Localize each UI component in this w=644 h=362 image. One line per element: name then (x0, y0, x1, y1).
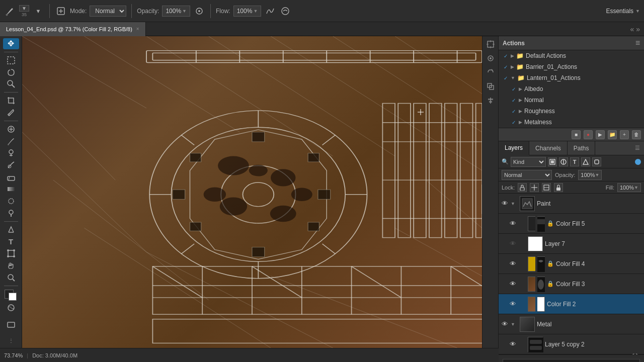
tab-paths[interactable]: Paths (568, 141, 596, 155)
panel-collapse-right[interactable]: » (636, 25, 640, 33)
action-expand-barrier[interactable]: ▶ (511, 64, 514, 69)
new-action-button[interactable]: + (620, 130, 629, 139)
quick-mask-icon[interactable] (3, 301, 19, 315)
action-expand-roughness[interactable]: ▶ (519, 109, 522, 114)
play-action-button[interactable]: ▶ (596, 130, 605, 139)
layer-visibility-colorfill5[interactable]: 👁 (509, 220, 517, 228)
healing-tool[interactable] (3, 124, 19, 135)
properties-icon[interactable] (485, 52, 497, 64)
action-item-barrier[interactable]: ✓ ▶ 📁 Barrier_01_Actions (499, 61, 644, 72)
filter-kind-select[interactable]: Kind (511, 157, 546, 167)
action-item-lantern[interactable]: ✓ ▼ 📁 Lantern_01_Actions (499, 72, 644, 83)
action-item-normal[interactable]: ✓ ▶ Normal (499, 95, 644, 106)
layer-row-paint[interactable]: 👁 ▼ Paint (499, 194, 644, 214)
lock-pixels-button[interactable] (518, 183, 527, 192)
actions-panel-menu[interactable]: ☰ (635, 40, 640, 46)
action-item-roughness[interactable]: ✓ ▶ Roughness (499, 106, 644, 117)
layer-row-metal[interactable]: 👁 ▼ Metal (499, 314, 644, 334)
flow-icon[interactable] (264, 5, 276, 17)
filter-smart-icon[interactable] (592, 157, 601, 166)
layer-visibility-layer5copy2[interactable]: 👁 (509, 340, 517, 348)
brush-tool[interactable] (3, 136, 19, 147)
layer-row-layer7[interactable]: 👁 Layer 7 (499, 234, 644, 254)
actions-panel-header[interactable]: Actions ☰ (499, 36, 644, 50)
action-item-metalness[interactable]: ✓ ▶ Metalness (499, 117, 644, 128)
layers-panel-menu-icon[interactable]: ☰ (635, 145, 640, 151)
hand-tool[interactable] (3, 260, 19, 271)
layer-visibility-colorfill3[interactable]: 👁 (509, 280, 517, 288)
layer-visibility-layer7[interactable]: 👁 (509, 240, 517, 248)
text-tool[interactable]: T (3, 236, 19, 247)
filter-shape-icon[interactable] (581, 157, 590, 166)
gradient-tool[interactable] (3, 184, 19, 195)
filter-adjustment-icon[interactable] (559, 157, 568, 166)
filter-pixel-icon[interactable] (548, 157, 557, 166)
align-icon[interactable] (485, 95, 497, 107)
zoom-tool[interactable] (3, 272, 19, 283)
airbrush-icon[interactable] (193, 5, 205, 17)
layer-row-layer5copy2[interactable]: 👁 Layer 5 copy 2 (499, 334, 644, 354)
tab-close-button[interactable]: × (136, 26, 139, 32)
eraser-tool[interactable] (3, 171, 19, 183)
lock-position-button[interactable] (530, 183, 539, 192)
layer-row-colorfill3[interactable]: 👁 🔒 Color Fill 3 (499, 274, 644, 294)
clone-stamp-tool[interactable] (3, 147, 19, 158)
pen-tool[interactable] (3, 224, 19, 235)
history-brush-tool[interactable] (3, 159, 19, 170)
action-expand-lantern[interactable]: ▼ (511, 75, 515, 80)
lasso-tool[interactable] (3, 67, 19, 78)
lock-all-button[interactable] (554, 183, 563, 192)
path-tool[interactable] (3, 248, 19, 259)
fill-arrow-icon[interactable]: ▼ (634, 185, 638, 190)
svg-line-33 (209, 36, 395, 156)
action-expand-normal[interactable]: ▶ (519, 98, 522, 103)
rotate-icon[interactable] (485, 66, 497, 78)
layer-visibility-colorfill2[interactable]: 👁 (509, 300, 517, 308)
layer-row-colorfill5[interactable]: 👁 🔒 Color Fill 5 (499, 214, 644, 234)
mode-select[interactable]: Normal (90, 6, 126, 17)
brush-preset-icon[interactable]: ▼ (32, 5, 44, 17)
layer-row-colorfill2[interactable]: 👁 Color Fill 2 (499, 294, 644, 314)
record-action-button[interactable]: ● (584, 130, 593, 139)
move-tool[interactable]: ✥ (3, 38, 19, 49)
brush-mode-icon[interactable] (55, 5, 67, 17)
crop-tool[interactable] (3, 95, 19, 106)
workspace-dropdown[interactable]: ▼ (635, 9, 640, 14)
action-item-albedo[interactable]: ✓ ▶ Albedo (499, 83, 644, 95)
status-separator: | (27, 352, 28, 358)
magic-wand-tool[interactable] (3, 78, 19, 89)
document-tab[interactable]: Lesson_04_End.psd @ 73.7% (Color Fill 2,… (0, 22, 146, 36)
foreground-background-colors[interactable] (4, 289, 19, 299)
layer-visibility-paint[interactable]: 👁 (501, 200, 509, 208)
filter-type-icon[interactable]: T (570, 157, 579, 166)
lock-artboards-button[interactable] (542, 183, 551, 192)
layer-visibility-colorfill4[interactable]: 👁 (509, 260, 517, 268)
screen-mode-icon[interactable] (3, 318, 19, 332)
dodge-tool[interactable] (3, 208, 19, 219)
blend-mode-select[interactable]: Normal (502, 170, 552, 180)
action-expand-albedo[interactable]: ▶ (519, 86, 522, 92)
layer-visibility-metal[interactable]: 👁 (501, 320, 509, 328)
svg-marker-120 (492, 69, 493, 70)
brush-tool-icon[interactable] (4, 5, 16, 17)
stop-action-button[interactable]: ■ (572, 130, 581, 139)
smoothing-icon[interactable] (279, 5, 291, 17)
tab-channels[interactable]: Channels (529, 141, 568, 155)
action-expand-metalness[interactable]: ▶ (519, 120, 522, 125)
panel-collapse-left[interactable]: « (630, 25, 634, 33)
new-folder-button[interactable]: 📁 (608, 130, 617, 139)
delete-action-button[interactable]: 🗑 (632, 130, 641, 139)
layer-row-colorfill4[interactable]: 👁 🔒 Color Fill 4 (499, 254, 644, 274)
marquee-tool[interactable] (3, 55, 19, 66)
eyedropper-tool[interactable] (3, 107, 19, 118)
blur-tool[interactable] (3, 196, 19, 207)
transform-icon[interactable] (485, 80, 497, 93)
action-expand-default[interactable]: ▶ (511, 53, 514, 58)
artboard-icon[interactable] (485, 38, 497, 50)
tab-layers[interactable]: Layers (499, 141, 529, 155)
opacity-arrow-icon[interactable]: ▼ (595, 172, 600, 177)
more-tools-icon[interactable]: ⋮ (3, 335, 19, 346)
action-item-default[interactable]: ✓ ▶ 📁 Default Actions (499, 50, 644, 61)
layer-expand-metal[interactable]: ▼ (511, 322, 518, 327)
layer-expand-paint[interactable]: ▼ (511, 201, 518, 206)
